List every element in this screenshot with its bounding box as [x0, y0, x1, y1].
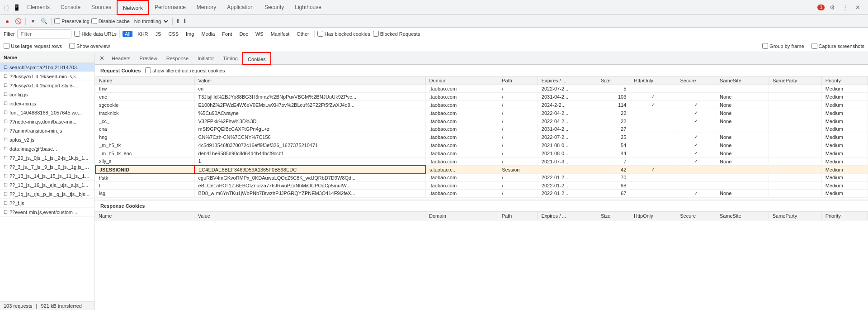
tab-network[interactable]: Network: [117, 0, 149, 15]
cookie-row[interactable]: l eBLCe1aHOlj1Z-6EBOfZnurza77tsIRviuPzaN…: [95, 181, 868, 189]
search-icon[interactable]: 🔍: [39, 17, 48, 26]
tab-timing[interactable]: Timing: [218, 52, 242, 65]
cookie-row[interactable]: cna mSI9GPQEiBcCAXFtGPn4gL+z .taobao.com…: [95, 125, 868, 133]
tab-security[interactable]: Security: [259, 0, 289, 15]
file-item[interactable]: ☐??_1q_js,_rjs,_p_js,_q_js,_tjs,_bjs...: [0, 190, 94, 199]
tab-preview[interactable]: Preview: [135, 52, 162, 65]
file-item[interactable]: ☐??kissy/k/1.4.16/seed-min.js,k...: [0, 72, 94, 81]
upload-icon[interactable]: ⬆: [175, 18, 180, 24]
show-filtered-checkbox[interactable]: [145, 67, 151, 73]
filter-type-doc[interactable]: Doc: [237, 31, 250, 37]
tab-elements[interactable]: Elements: [22, 0, 55, 15]
file-item[interactable]: ☐data:image/gif;base...: [0, 144, 94, 153]
inspect-icon[interactable]: ⬚: [2, 2, 12, 12]
hide-data-urls-checkbox[interactable]: [74, 31, 80, 37]
disable-cache-label[interactable]: Disable cache: [91, 18, 130, 24]
cookie-row[interactable]: JSESSIONID EC4EDAE6BEF3469D59A1365F0B598…: [95, 166, 868, 174]
cookie-priority: Medium: [821, 125, 868, 133]
filter-type-img[interactable]: Img: [184, 31, 196, 37]
cookie-row[interactable]: _m_h5_tk 4c5d913546f8370072c16eff9f3ef32…: [95, 141, 868, 149]
file-item[interactable]: ☐aplus_v2.js: [0, 135, 94, 144]
group-by-frame-checkbox[interactable]: [762, 43, 768, 49]
cookie-samesite: [716, 125, 769, 133]
filter-input[interactable]: [17, 29, 71, 38]
tab-headers[interactable]: Headers: [107, 52, 135, 65]
cookie-sameparty: [769, 141, 821, 149]
tab-application[interactable]: Application: [222, 0, 259, 15]
show-overview-label[interactable]: Show overview: [69, 43, 110, 49]
tab-memory[interactable]: Memory: [191, 0, 222, 15]
settings-icon[interactable]: ⚙: [827, 2, 837, 12]
group-by-frame-label[interactable]: Group by frame: [762, 43, 804, 49]
tab-sources[interactable]: Sources: [86, 0, 117, 15]
blocked-requests-label[interactable]: Blocked Requests: [373, 31, 420, 37]
file-item[interactable]: ☐??_29_js,_0js,_1_js,_2-js_1k.js_1...: [0, 153, 94, 162]
tab-cookies[interactable]: Cookies: [242, 52, 271, 65]
tab-lighthouse[interactable]: Lighthouse: [289, 0, 327, 15]
file-item[interactable]: ☐??event-min.js,event/custom-...: [0, 208, 94, 217]
record-button[interactable]: ●: [3, 17, 12, 26]
file-item[interactable]: ☐??_3_js,_7_js,_9_js,_6_js,_1g.js_s_j...: [0, 162, 94, 172]
file-item[interactable]: ☐font_1404888168_2057645.wc...: [0, 108, 94, 117]
hide-data-urls-label[interactable]: Hide data URLs: [74, 31, 117, 37]
filter-type-css[interactable]: CSS: [166, 31, 181, 37]
file-item[interactable]: ☐index-min.js: [0, 99, 94, 108]
cookie-value: eBLCe1aHOlj1Z-6EBOfZnurza77tsIRviuPzaNbM…: [194, 181, 425, 189]
has-blocked-cookies-checkbox[interactable]: [317, 31, 323, 37]
show-filtered-label[interactable]: show filtered out request cookies: [145, 67, 225, 73]
filter-type-all[interactable]: All: [123, 31, 132, 37]
cookie-row[interactable]: _cc_ V32FPkk%2Fhw%3D%3D .taobao.com / 20…: [95, 117, 868, 125]
has-blocked-cookies-label[interactable]: Has blocked cookies: [317, 31, 370, 37]
filter-type-ws[interactable]: WS: [253, 31, 266, 37]
filter-type-media[interactable]: Media: [199, 31, 217, 37]
cookie-row[interactable]: xlly_s 1 .taobao.com / 2021-07-3... 7 ✓ …: [95, 157, 868, 166]
panel-close-button[interactable]: ✕: [97, 55, 107, 62]
clear-button[interactable]: 🚫: [14, 17, 23, 26]
resp-col-header-samesite: SameSite: [716, 212, 769, 220]
cookie-row[interactable]: _m_h5_tk_enc deb41be9585b90c8d64d4b44bcf…: [95, 149, 868, 157]
close-icon[interactable]: ✕: [853, 2, 863, 12]
tab-initiator[interactable]: Initiator: [193, 52, 218, 65]
filter-type-other[interactable]: Other: [294, 31, 311, 37]
tab-console[interactable]: Console: [55, 0, 86, 15]
file-icon: ☐: [4, 164, 8, 169]
file-item[interactable]: ☐??_10_js,_16_js,_ejs,_ujs,_a.js_1...: [0, 181, 94, 190]
filter-type-js[interactable]: JS: [153, 31, 164, 37]
file-item[interactable]: ☐config.js: [0, 90, 94, 99]
cookie-expires: [538, 166, 597, 174]
cookie-row[interactable]: hng CN%7Czh-CN%7CCNY%7C156 .taobao.com /…: [95, 133, 868, 141]
file-item[interactable]: ☐search?spm=a21bo.21814703...: [0, 63, 94, 72]
cookie-size: 7: [597, 157, 630, 166]
filter-icon[interactable]: ▼: [28, 17, 38, 26]
cookie-row[interactable]: thw cn .taobao.com / 2022-07-2... 5 Medi…: [95, 85, 868, 93]
throttle-select[interactable]: No throttling: [132, 18, 170, 24]
device-icon[interactable]: 📱: [12, 2, 22, 12]
capture-screenshots-checkbox[interactable]: [811, 43, 817, 49]
cookie-row[interactable]: enc T3JlsjHd%2BJYp88BG3H3mmz%2BNpPuvVBGM…: [95, 93, 868, 101]
file-item[interactable]: ☐??kissy/k/1.4.15/import-style-...: [0, 81, 94, 90]
file-item[interactable]: ☐??_f.js: [0, 199, 94, 208]
cookie-row[interactable]: sgcookie E100hZ%2FWzE4W6eV0EMxLwXH7ev%2B…: [95, 101, 868, 109]
tab-response[interactable]: Response: [162, 52, 193, 65]
download-icon[interactable]: ⬇: [182, 18, 187, 24]
cookie-row[interactable]: tracknick %5Cu90ACwayne .taobao.com / 20…: [95, 109, 868, 117]
blocked-requests-checkbox[interactable]: [373, 31, 379, 37]
cookie-priority: Medium: [821, 166, 868, 174]
cookie-row[interactable]: tfstk cguRBV4mGKvoRMPx_0KDAuwaLQOcZ5C8K_…: [95, 174, 868, 182]
show-overview-checkbox[interactable]: [69, 43, 75, 49]
tab-performance[interactable]: Performance: [149, 0, 191, 15]
file-item[interactable]: ☐??node-min.js,dom/base-min...: [0, 117, 94, 126]
preserve-log-label[interactable]: Preserve log: [54, 18, 90, 24]
more-icon[interactable]: ⋮: [840, 2, 850, 12]
cookie-row[interactable]: isg BD8_w-m6YnTKu1jWbPNb7BtwzhPJJPGRQYZP…: [95, 189, 868, 197]
disable-cache-checkbox[interactable]: [91, 18, 97, 24]
use-large-rows-checkbox[interactable]: [4, 43, 9, 49]
preserve-log-checkbox[interactable]: [54, 18, 60, 24]
file-item[interactable]: ☐??_13_js,_14_js,_15_js,_11_js,_1b...: [0, 172, 94, 181]
filter-type-manifest[interactable]: Manifest: [269, 31, 292, 37]
filter-type-xhr[interactable]: XHR: [135, 31, 150, 37]
capture-screenshots-label[interactable]: Capture screenshots: [811, 43, 865, 49]
filter-type-font[interactable]: Font: [220, 31, 234, 37]
use-large-rows-label[interactable]: Use large request rows: [4, 43, 62, 49]
file-item[interactable]: ☐??anim/transition-min.js: [0, 126, 94, 135]
